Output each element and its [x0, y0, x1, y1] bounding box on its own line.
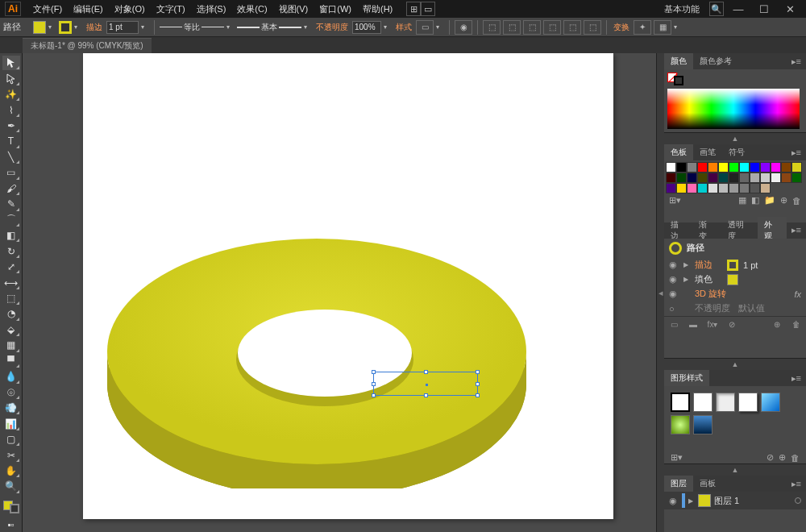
opacity-input[interactable] — [352, 21, 381, 34]
appearance-row-opacity[interactable]: ○ ▶ 不透明度 默认值 — [664, 301, 806, 316]
menu-edit[interactable]: 编辑(E) — [68, 3, 109, 15]
style-swatch[interactable]: ▭ — [416, 20, 434, 35]
color-fillstroke[interactable] — [667, 73, 683, 85]
align-2-icon[interactable]: ⬚ — [503, 20, 521, 35]
color-spectrum[interactable] — [667, 89, 800, 129]
appearance-row-stroke[interactable]: ◉ ▶ 描边 1 pt — [664, 258, 806, 272]
ring-shape[interactable] — [83, 134, 550, 488]
swatch-show-icon[interactable]: ▦ — [738, 195, 746, 206]
recolor-icon[interactable]: ◉ — [455, 20, 472, 35]
swatch[interactable] — [708, 172, 718, 183]
gs-lib-icon[interactable]: ⊞▾ — [671, 452, 683, 463]
menu-type[interactable]: 文字(T) — [151, 3, 191, 15]
tab-color-guide[interactable]: 颜色参考 — [693, 53, 738, 69]
swatch[interactable] — [718, 183, 729, 193]
stroke-dropdown[interactable]: ▾ — [74, 23, 82, 31]
tab-swatches[interactable]: 色板 — [664, 144, 693, 160]
selection-bbox[interactable] — [373, 372, 478, 396]
workspace-label[interactable]: 基本功能 — [664, 3, 700, 15]
bridge-icon[interactable]: ⊞ — [406, 2, 421, 16]
stroke-label[interactable]: 描边 — [85, 22, 104, 33]
clear-icon[interactable]: ⊘ — [724, 318, 740, 331]
visibility-icon[interactable]: ◉ — [669, 260, 679, 270]
style-dropdown[interactable]: ▾ — [436, 23, 444, 31]
swatch-new-icon[interactable]: ⊕ — [780, 195, 787, 206]
transform-panel-icon[interactable]: ▦ — [654, 20, 671, 35]
tab-brushes[interactable]: 画笔 — [693, 144, 722, 160]
swatch-delete-icon[interactable]: 🗑 — [792, 196, 801, 206]
align-5-icon[interactable]: ⬚ — [563, 20, 581, 35]
tab-artboards[interactable]: 画板 — [693, 476, 722, 492]
menu-window[interactable]: 窗口(W) — [314, 3, 357, 15]
swatch[interactable] — [697, 162, 708, 172]
swatch[interactable] — [666, 162, 676, 172]
maximize-icon[interactable]: ☐ — [753, 2, 775, 16]
appearance-panel-menu[interactable]: ▸≡ — [787, 225, 806, 235]
swatch[interactable] — [781, 172, 791, 183]
duplicate-icon[interactable]: ⊕ — [769, 318, 785, 331]
perspective-tool[interactable]: ⬙ — [2, 322, 20, 337]
layers-panel-menu[interactable]: ▸≡ — [787, 479, 806, 489]
swatch[interactable] — [760, 183, 771, 193]
gs-delete-icon[interactable]: 🗑 — [791, 453, 800, 463]
delete-appearance-icon[interactable]: 🗑 — [788, 318, 804, 331]
gs-panel-menu[interactable]: ▸≡ — [787, 373, 806, 384]
arrange-icon[interactable]: ▭ — [421, 2, 435, 16]
line-tool[interactable]: ╲ — [2, 150, 20, 164]
align-4-icon[interactable]: ⬚ — [543, 20, 561, 35]
style-label[interactable]: 样式 — [394, 22, 413, 33]
pen-tool[interactable]: ✒ — [2, 118, 20, 133]
tab-symbols[interactable]: 符号 — [722, 144, 751, 160]
swatch[interactable] — [760, 172, 771, 183]
add-effect-icon[interactable]: fx▾ — [704, 318, 721, 331]
layer-target-icon[interactable] — [795, 497, 801, 504]
transform-label[interactable]: 变换 — [612, 22, 631, 33]
zoom-tool[interactable]: 🔍 — [2, 479, 20, 493]
stroke-weight-dropdown[interactable]: ▾ — [141, 23, 149, 31]
stroke-swatch[interactable] — [59, 21, 72, 34]
panel-collapse-strip[interactable]: ◂ — [656, 53, 664, 532]
opacity-label[interactable]: 不透明度 — [314, 22, 350, 33]
swatch[interactable] — [676, 183, 687, 193]
dash-dropdown[interactable]: ▾ — [226, 23, 235, 31]
direct-selection-tool[interactable] — [2, 71, 20, 85]
gs-swatch[interactable] — [693, 393, 713, 412]
visibility-icon[interactable]: ◉ — [669, 274, 679, 285]
search-icon[interactable]: 🔍 — [709, 2, 724, 16]
eraser-tool[interactable]: ◧ — [2, 228, 20, 243]
color-mode-icons[interactable]: ▪▫ — [2, 517, 20, 532]
swatch[interactable] — [697, 172, 708, 183]
magic-wand-tool[interactable]: ✨ — [2, 87, 20, 102]
blob-brush-tool[interactable]: ⌒ — [2, 213, 20, 227]
fill-swatch[interactable] — [33, 21, 46, 34]
color-panel-menu[interactable]: ▸≡ — [787, 56, 806, 67]
swatch[interactable] — [739, 162, 750, 172]
swatch[interactable] — [687, 172, 697, 183]
swatch[interactable] — [718, 162, 729, 172]
transform-dropdown[interactable]: ▾ — [674, 23, 682, 31]
fill-dropdown[interactable]: ▾ — [48, 23, 56, 31]
appearance-row-3d[interactable]: ◉ ▶ 3D 旋转 fx — [664, 287, 806, 301]
swatch-lib-icon[interactable]: ⊞▾ — [669, 195, 681, 206]
brush-dropdown[interactable]: ▾ — [304, 23, 312, 31]
swatch[interactable] — [771, 162, 781, 172]
swatch[interactable] — [729, 172, 739, 183]
free-transform-tool[interactable]: ⬚ — [2, 291, 20, 305]
slice-tool[interactable]: ✂ — [2, 447, 20, 462]
swatch[interactable] — [676, 162, 687, 172]
pencil-tool[interactable]: ✎ — [2, 197, 20, 211]
swatch-options-icon[interactable]: ◧ — [751, 195, 759, 206]
tab-layers[interactable]: 图层 — [664, 476, 693, 492]
close-icon[interactable]: ✕ — [779, 2, 801, 16]
swatch[interactable] — [666, 183, 676, 193]
stroke-weight-input[interactable] — [106, 21, 139, 34]
gs-new-icon[interactable]: ⊕ — [779, 452, 786, 463]
add-fill-icon[interactable]: ▬ — [685, 318, 701, 331]
menu-view[interactable]: 视图(V) — [273, 3, 314, 15]
appearance-row-fill[interactable]: ◉ ▶ 填色 — [664, 272, 806, 287]
swatch[interactable] — [791, 162, 802, 172]
layer-expand-icon[interactable]: ▶ — [688, 497, 695, 505]
swatch-group-icon[interactable]: 📁 — [764, 195, 775, 206]
swatch[interactable] — [687, 162, 697, 172]
swatch[interactable] — [676, 172, 687, 183]
